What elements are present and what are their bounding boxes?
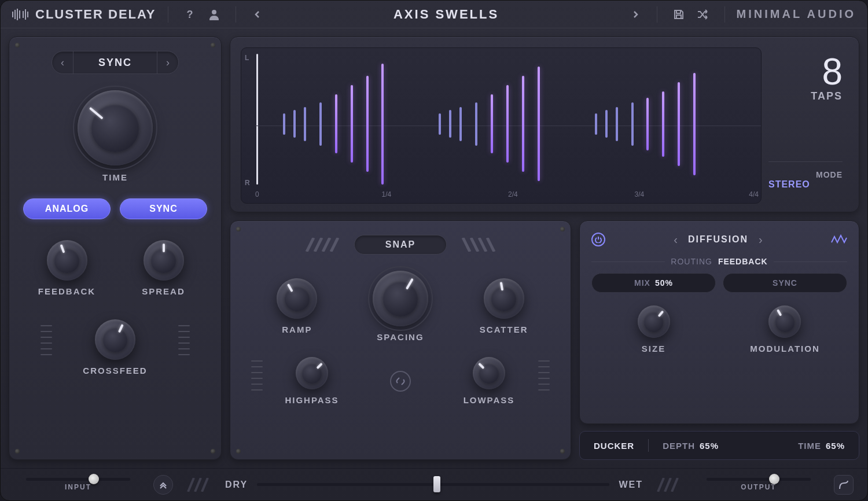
scatter-knob[interactable] <box>484 278 524 319</box>
effect-next-button[interactable]: › <box>759 233 763 246</box>
size-label: SIZE <box>642 344 665 353</box>
svg-line-16 <box>658 478 664 492</box>
spacing-label: SPACING <box>377 332 424 342</box>
snap-toggle[interactable]: SNAP <box>354 235 447 255</box>
svg-line-14 <box>195 478 201 492</box>
lowpass-label: LOWPASS <box>464 395 515 405</box>
output-slider[interactable] <box>707 478 811 481</box>
divider-left-icon <box>185 478 214 492</box>
svg-line-8 <box>463 238 470 252</box>
bottom-bar: INPUT DRY WET OUTPUT <box>1 468 867 500</box>
scatter-label: SCATTER <box>480 325 528 334</box>
modulation-knob[interactable] <box>768 305 801 338</box>
shuffle-button[interactable] <box>693 5 713 24</box>
svg-line-15 <box>202 478 208 492</box>
input-slider[interactable] <box>26 478 130 481</box>
svg-line-6 <box>323 238 330 252</box>
taps-count[interactable]: 8 <box>811 53 843 90</box>
highpass-label: HIGHPASS <box>285 395 339 405</box>
time-mode-prev[interactable]: ‹ <box>52 57 73 69</box>
svg-line-9 <box>471 238 478 252</box>
effect-title[interactable]: DIFFUSION <box>688 234 748 245</box>
ducker-depth-control[interactable]: DEPTH 65% <box>663 441 719 451</box>
analog-toggle[interactable]: ANALOG <box>23 198 111 219</box>
diffusion-wave-icon[interactable] <box>831 234 847 245</box>
size-knob[interactable] <box>638 305 670 338</box>
ramp-knob[interactable] <box>277 278 317 319</box>
svg-point-1 <box>212 10 216 14</box>
spread-knob[interactable] <box>144 240 184 281</box>
preset-prev-button[interactable] <box>248 5 267 24</box>
svg-line-4 <box>307 238 314 252</box>
time-mode-selector: ‹ SYNC › <box>52 51 179 74</box>
tap-visualizer[interactable]: L R <box>241 47 762 204</box>
highpass-knob[interactable] <box>296 357 328 389</box>
time-knob[interactable] <box>78 90 153 165</box>
user-button[interactable] <box>204 5 224 24</box>
svg-line-10 <box>479 238 486 252</box>
svg-rect-2 <box>676 10 681 13</box>
r-label: R <box>245 179 250 187</box>
time-mode-value[interactable]: SYNC <box>73 51 157 73</box>
feedback-label: FEEDBACK <box>38 286 95 296</box>
svg-line-17 <box>665 478 671 492</box>
stripes-left-icon <box>302 238 343 252</box>
filter-link-button[interactable] <box>390 371 411 392</box>
taps-label: TAPS <box>811 90 843 102</box>
preset-name[interactable]: AXIS SWELLS <box>272 7 621 22</box>
wet-label: WET <box>619 480 643 490</box>
ducker-bar: DUCKER DEPTH 65% TIME 65% <box>579 431 859 460</box>
help-button[interactable]: ? <box>180 5 200 24</box>
diffusion-mix-control[interactable]: MIX 50% <box>591 273 716 293</box>
routing-label: ROUTING <box>671 257 712 266</box>
divider-right-icon <box>654 478 683 492</box>
drywet-slider[interactable] <box>257 483 609 486</box>
time-mode-next[interactable]: › <box>157 57 178 69</box>
modulation-label: MODULATION <box>750 344 820 353</box>
svg-line-13 <box>188 478 194 492</box>
visualizer-panel: L R <box>230 36 859 212</box>
top-bar: CLUSTER DELAY ? AXIS SWELLS MINIMAL AUDI… <box>1 1 867 28</box>
ducker-toggle[interactable]: DUCKER <box>594 441 634 451</box>
svg-line-7 <box>331 238 338 252</box>
diffusion-power-button[interactable] <box>591 233 605 246</box>
routing-value[interactable]: FEEDBACK <box>718 257 768 266</box>
product-name: CLUSTER DELAY <box>35 7 156 22</box>
mode-label: MODE <box>768 170 843 179</box>
spread-label: SPREAD <box>142 286 185 296</box>
preset-next-button[interactable] <box>626 5 645 24</box>
output-label: OUTPUT <box>741 483 776 491</box>
save-button[interactable] <box>669 5 689 24</box>
stripes-right-icon <box>458 238 499 252</box>
mode-value[interactable]: STEREO <box>768 179 843 190</box>
svg-rect-3 <box>676 15 681 19</box>
time-label: TIME <box>102 172 128 182</box>
expand-button[interactable] <box>153 475 173 495</box>
cluster-panel: SNAP RAMP SPACING SCATTER <box>230 220 571 460</box>
dry-label: DRY <box>225 480 248 490</box>
svg-line-5 <box>315 238 322 252</box>
spacing-knob[interactable] <box>373 271 428 326</box>
sync-toggle[interactable]: SYNC <box>120 198 207 219</box>
svg-line-11 <box>487 238 494 252</box>
svg-text:?: ? <box>186 9 193 20</box>
ramp-label: RAMP <box>282 325 312 334</box>
ducker-time-control[interactable]: TIME 65% <box>798 441 845 451</box>
input-label: INPUT <box>65 483 91 491</box>
limiter-button[interactable] <box>834 475 854 495</box>
crossfeed-label: CROSSFEED <box>83 366 147 375</box>
lowpass-knob[interactable] <box>473 357 505 389</box>
svg-line-18 <box>672 478 678 492</box>
time-panel: ‹ SYNC › TIME ANALOG SYNC FEEDBACK <box>9 36 222 460</box>
crossfeed-knob[interactable] <box>95 319 135 360</box>
diffusion-sync-toggle[interactable]: SYNC <box>723 273 847 293</box>
effect-prev-button[interactable]: ‹ <box>674 233 678 246</box>
brand-name: MINIMAL AUDIO <box>737 8 856 21</box>
logo-icon <box>12 9 28 20</box>
l-label: L <box>245 54 250 62</box>
feedback-knob[interactable] <box>47 240 87 281</box>
time-axis: 0 1/4 2/4 3/4 4/4 <box>255 190 761 201</box>
diffusion-panel: ‹ DIFFUSION › ROUTING FEEDBACK <box>579 220 859 424</box>
